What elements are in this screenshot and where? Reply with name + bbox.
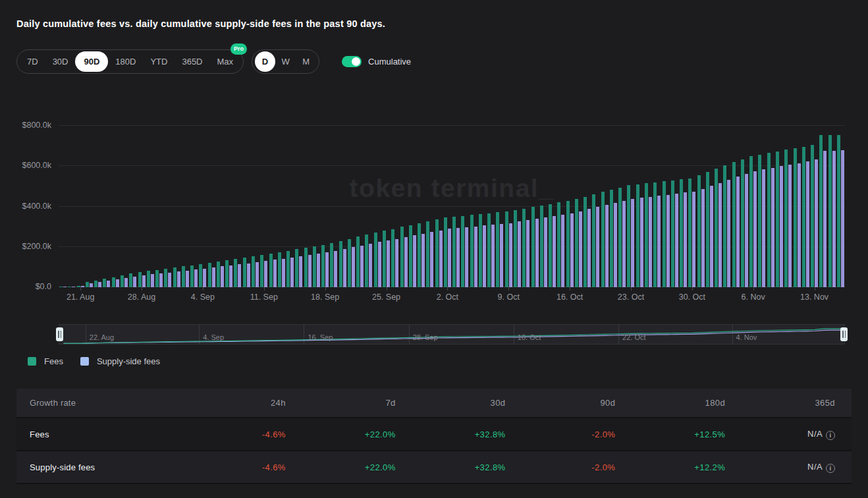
fees-bar[interactable] bbox=[199, 264, 202, 287]
fees-bar[interactable] bbox=[732, 162, 736, 287]
supply-side-fees-bar[interactable] bbox=[413, 235, 416, 287]
supply-side-fees-bar[interactable] bbox=[579, 211, 582, 287]
fees-bar[interactable] bbox=[208, 263, 211, 287]
supply-side-fees-bar[interactable] bbox=[395, 239, 398, 288]
fees-bar[interactable] bbox=[583, 197, 587, 288]
supply-side-fees-bar[interactable] bbox=[762, 169, 765, 287]
fees-bar[interactable] bbox=[103, 279, 106, 287]
fees-bar[interactable] bbox=[400, 227, 404, 287]
fees-bar[interactable] bbox=[723, 165, 726, 287]
fees-bar[interactable] bbox=[653, 182, 657, 287]
supply-side-fees-bar[interactable] bbox=[535, 219, 539, 287]
supply-side-fees-bar[interactable] bbox=[369, 244, 372, 287]
supply-side-fees-bar[interactable] bbox=[605, 205, 609, 287]
fees-bar[interactable] bbox=[514, 210, 517, 287]
supply-side-fees-bar[interactable] bbox=[640, 198, 643, 287]
fees-bar[interactable] bbox=[479, 214, 482, 287]
fees-bar[interactable] bbox=[365, 235, 368, 287]
supply-side-fees-bar[interactable] bbox=[229, 265, 232, 287]
supply-side-fees-bar[interactable] bbox=[194, 269, 198, 287]
fees-bar[interactable] bbox=[59, 287, 63, 287]
supply-side-fees-bar[interactable] bbox=[282, 259, 285, 287]
fees-bar[interactable] bbox=[225, 260, 229, 287]
fees-bar[interactable] bbox=[121, 275, 124, 287]
fees-bar[interactable] bbox=[522, 209, 526, 287]
supply-side-fees-bar[interactable] bbox=[90, 283, 93, 287]
supply-side-fees-bar[interactable] bbox=[719, 183, 722, 287]
fees-bar[interactable] bbox=[444, 217, 447, 287]
supply-side-fees-bar[interactable] bbox=[544, 217, 547, 287]
fees-bar[interactable] bbox=[636, 184, 639, 287]
fees-bar[interactable] bbox=[426, 221, 429, 287]
supply-side-fees-bar[interactable] bbox=[614, 203, 617, 287]
fees-bar[interactable] bbox=[680, 179, 683, 287]
fees-bar[interactable] bbox=[645, 183, 648, 287]
supply-side-fees-bar[interactable] bbox=[727, 180, 730, 287]
fees-bar[interactable] bbox=[610, 190, 613, 287]
supply-side-fees-bar[interactable] bbox=[815, 159, 818, 287]
supply-side-fees-bar[interactable] bbox=[675, 194, 678, 287]
supply-side-fees-bar[interactable] bbox=[518, 221, 521, 287]
supply-side-fees-bar[interactable] bbox=[587, 209, 591, 287]
fees-bar[interactable] bbox=[173, 267, 176, 287]
fees-bar[interactable] bbox=[715, 169, 718, 287]
fees-bar[interactable] bbox=[155, 270, 159, 287]
supply-side-fees-bar[interactable] bbox=[221, 266, 224, 287]
supply-side-fees-bar[interactable] bbox=[657, 196, 661, 287]
supply-side-fees-bar[interactable] bbox=[212, 267, 215, 287]
supply-side-fees-bar[interactable] bbox=[107, 281, 110, 287]
supply-side-fees-bar[interactable] bbox=[832, 151, 836, 287]
time-range-brush[interactable]: 22. Aug4. Sep16. Sep28. Sep10. Oct22. Oc… bbox=[59, 324, 845, 345]
fees-bar[interactable] bbox=[112, 277, 115, 287]
supply-side-fees-bar[interactable] bbox=[133, 277, 136, 287]
fees-bar[interactable] bbox=[86, 282, 89, 287]
fees-bar[interactable] bbox=[627, 185, 630, 287]
supply-side-fees-bar[interactable] bbox=[177, 271, 180, 287]
fees-bar[interactable] bbox=[356, 236, 360, 287]
supply-side-fees-bar[interactable] bbox=[736, 177, 740, 287]
supply-side-fees-bar[interactable] bbox=[387, 240, 390, 287]
supply-side-fees-bar[interactable] bbox=[684, 192, 687, 287]
fees-bar[interactable] bbox=[592, 194, 595, 287]
fees-bar[interactable] bbox=[575, 199, 578, 287]
fees-bar[interactable] bbox=[182, 266, 185, 287]
fees-bar[interactable] bbox=[819, 135, 823, 287]
fees-bar[interactable] bbox=[452, 217, 456, 287]
fees-bar[interactable] bbox=[566, 201, 570, 287]
fees-bar[interactable] bbox=[663, 181, 666, 287]
supply-side-fees-bar[interactable] bbox=[360, 246, 364, 287]
fees-bar[interactable] bbox=[461, 216, 464, 287]
supply-side-fees-bar[interactable] bbox=[203, 269, 206, 287]
legend-item-fees[interactable]: Fees bbox=[28, 356, 63, 366]
fees-bar[interactable] bbox=[706, 172, 709, 287]
supply-side-fees-bar[interactable] bbox=[526, 220, 529, 287]
fees-bar[interactable] bbox=[77, 286, 80, 287]
supply-side-fees-bar[interactable] bbox=[491, 225, 495, 287]
fees-bar[interactable] bbox=[374, 233, 377, 287]
fees-bar[interactable] bbox=[147, 271, 150, 287]
fees-bar[interactable] bbox=[260, 255, 263, 287]
fees-bar[interactable] bbox=[269, 254, 273, 287]
fees-bar[interactable] bbox=[286, 251, 290, 287]
supply-side-fees-bar[interactable] bbox=[81, 286, 84, 287]
supply-side-fees-bar[interactable] bbox=[692, 192, 695, 287]
supply-side-fees-bar[interactable] bbox=[561, 215, 564, 287]
supply-side-fees-bar[interactable] bbox=[806, 161, 809, 287]
supply-side-fees-bar[interactable] bbox=[168, 273, 171, 287]
fees-bar[interactable] bbox=[557, 202, 560, 287]
supply-side-fees-bar[interactable] bbox=[273, 260, 277, 287]
supply-side-fees-bar[interactable] bbox=[343, 249, 346, 287]
fees-bar[interactable] bbox=[68, 287, 71, 287]
fees-bar[interactable] bbox=[697, 175, 701, 287]
supply-side-fees-bar[interactable] bbox=[788, 165, 792, 287]
supply-side-fees-bar[interactable] bbox=[570, 213, 574, 287]
supply-side-fees-bar[interactable] bbox=[465, 227, 468, 287]
fees-bar[interactable] bbox=[295, 249, 298, 287]
supply-side-fees-bar[interactable] bbox=[63, 287, 67, 287]
supply-side-fees-bar[interactable] bbox=[404, 237, 408, 287]
supply-side-fees-bar[interactable] bbox=[256, 262, 259, 287]
supply-side-fees-bar[interactable] bbox=[448, 229, 451, 287]
supply-side-fees-bar[interactable] bbox=[553, 216, 556, 287]
supply-side-fees-bar[interactable] bbox=[151, 274, 154, 287]
supply-side-fees-bar[interactable] bbox=[500, 224, 503, 287]
